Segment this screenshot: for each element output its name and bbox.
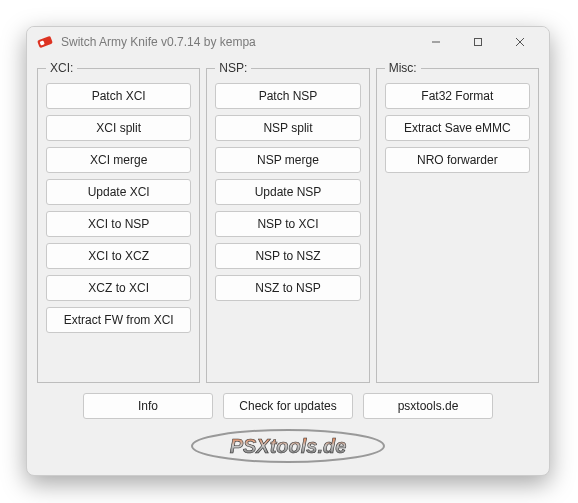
- nsp-merge-button[interactable]: NSP merge: [215, 147, 360, 173]
- patch-xci-button[interactable]: Patch XCI: [46, 83, 191, 109]
- bottom-row: Info Check for updates psxtools.de: [37, 393, 539, 419]
- logo-text: PSXtools.de: [230, 435, 347, 457]
- maximize-button[interactable]: [457, 28, 499, 56]
- xci-to-xcz-button[interactable]: XCI to XCZ: [46, 243, 191, 269]
- extract-save-emmc-button[interactable]: Extract Save eMMC: [385, 115, 530, 141]
- nsz-to-nsp-button[interactable]: NSZ to NSP: [215, 275, 360, 301]
- info-button[interactable]: Info: [83, 393, 213, 419]
- logo: PSXtools.de: [37, 425, 539, 467]
- content-area: XCI: Patch XCI XCI split XCI merge Updat…: [27, 57, 549, 475]
- nsp-split-button[interactable]: NSP split: [215, 115, 360, 141]
- xcz-to-xci-button[interactable]: XCZ to XCI: [46, 275, 191, 301]
- minimize-button[interactable]: [415, 28, 457, 56]
- nsp-to-xci-button[interactable]: NSP to XCI: [215, 211, 360, 237]
- window-title: Switch Army Knife v0.7.14 by kempa: [61, 35, 415, 49]
- group-xci: XCI: Patch XCI XCI split XCI merge Updat…: [37, 61, 200, 383]
- update-nsp-button[interactable]: Update NSP: [215, 179, 360, 205]
- app-window: Switch Army Knife v0.7.14 by kempa XCI: …: [26, 26, 550, 476]
- svg-rect-3: [475, 39, 482, 46]
- fat32-format-button[interactable]: Fat32 Format: [385, 83, 530, 109]
- xci-split-button[interactable]: XCI split: [46, 115, 191, 141]
- groups-row: XCI: Patch XCI XCI split XCI merge Updat…: [37, 61, 539, 383]
- group-nsp: NSP: Patch NSP NSP split NSP merge Updat…: [206, 61, 369, 383]
- svg-rect-0: [37, 36, 53, 48]
- app-icon: [37, 34, 53, 50]
- update-xci-button[interactable]: Update XCI: [46, 179, 191, 205]
- group-misc: Misc: Fat32 Format Extract Save eMMC NRO…: [376, 61, 539, 383]
- nsp-to-nsz-button[interactable]: NSP to NSZ: [215, 243, 360, 269]
- patch-nsp-button[interactable]: Patch NSP: [215, 83, 360, 109]
- window-controls: [415, 28, 541, 56]
- xci-to-nsp-button[interactable]: XCI to NSP: [46, 211, 191, 237]
- check-updates-button[interactable]: Check for updates: [223, 393, 353, 419]
- group-xci-legend: XCI:: [46, 61, 77, 75]
- psxtools-link-button[interactable]: psxtools.de: [363, 393, 493, 419]
- group-misc-legend: Misc:: [385, 61, 421, 75]
- nro-forwarder-button[interactable]: NRO forwarder: [385, 147, 530, 173]
- close-button[interactable]: [499, 28, 541, 56]
- xci-merge-button[interactable]: XCI merge: [46, 147, 191, 173]
- group-nsp-legend: NSP:: [215, 61, 251, 75]
- titlebar: Switch Army Knife v0.7.14 by kempa: [27, 27, 549, 57]
- extract-fw-button[interactable]: Extract FW from XCI: [46, 307, 191, 333]
